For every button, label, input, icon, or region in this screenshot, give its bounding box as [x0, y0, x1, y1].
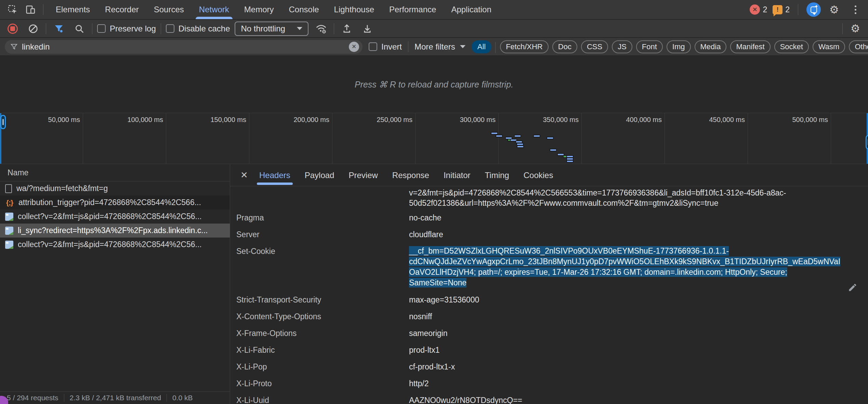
chevron-down-icon — [460, 45, 465, 48]
resource-type-chip[interactable]: JS — [612, 40, 632, 53]
console-warnings-badge[interactable]: ! 2 — [773, 5, 790, 14]
record-network-log-button[interactable] — [5, 21, 21, 37]
resource-type-chip[interactable]: Doc — [552, 40, 577, 53]
resource-type-chip[interactable]: Media — [695, 40, 727, 53]
header-name: X-Li-Fabric — [236, 346, 409, 355]
clear-filter-icon[interactable]: ✕ — [349, 42, 359, 52]
resource-type-chip[interactable]: Img — [667, 40, 691, 53]
filmstrip-area: Press ⌘ R to reload and capture filmstri… — [0, 56, 868, 113]
panel-tab[interactable]: Recorder — [97, 0, 146, 19]
preserve-log-control: Preserve log — [97, 24, 156, 33]
resource-type-chip[interactable]: Fetch/XHR — [500, 40, 549, 53]
resource-type-chip[interactable]: Wasm — [813, 40, 845, 53]
filter-toggle-button[interactable] — [51, 21, 67, 37]
details-tab[interactable]: Preview — [341, 164, 385, 186]
search-icon — [74, 24, 84, 34]
details-tab-label: Timing — [485, 171, 509, 180]
details-tab-label: Cookies — [524, 171, 553, 180]
panel-tab[interactable]: Performance — [382, 0, 444, 19]
header-row: X-Li-Pop cf-prod-ltx1-x — [236, 359, 868, 375]
settings-gear-icon[interactable]: ⚙ — [826, 2, 842, 17]
network-settings-gear-icon[interactable]: ⚙ — [847, 21, 863, 37]
clear-network-log-button[interactable] — [25, 21, 41, 37]
resources-size: 0.0 kB — [172, 394, 193, 402]
header-name: X-Frame-Options — [236, 329, 409, 338]
resource-type-chip[interactable]: All — [472, 40, 491, 53]
request-row[interactable]: li_sync?redirect=https%3A%2F%2Fpx.ads.li… — [0, 224, 230, 238]
details-tab[interactable]: Cookies — [516, 164, 561, 186]
network-filter-input[interactable] — [22, 42, 345, 52]
panel-tab[interactable]: Lighthouse — [327, 0, 382, 19]
details-tab[interactable]: Initiator — [436, 164, 478, 186]
network-conditions-button[interactable] — [313, 21, 329, 37]
header-value: AAZNO0wu2/rN8OTDsdyncQ== — [409, 395, 845, 404]
import-har-button[interactable] — [339, 21, 355, 37]
details-tab[interactable]: Payload — [298, 164, 342, 186]
details-tab[interactable]: Headers — [252, 164, 298, 186]
timeline-request-bar — [517, 145, 524, 148]
request-row[interactable]: wa/?medium=fetch&fmt=g — [0, 181, 230, 196]
throttling-select[interactable]: No throttling — [235, 22, 308, 36]
header-row: X-Li-Fabric prod-ltx1 — [236, 342, 868, 359]
ai-assistant-icon[interactable] — [806, 2, 821, 17]
header-value: cloudflare — [409, 229, 845, 240]
request-row[interactable]: collect?v=2&fmt=js&pid=4726868%2C8544%2C… — [0, 210, 230, 224]
panel-tab[interactable]: Application — [444, 0, 499, 19]
panel-tab[interactable]: Sources — [146, 0, 192, 19]
details-tab[interactable]: Response — [385, 164, 436, 186]
panel-tab[interactable]: Network — [192, 0, 237, 19]
header-value-overflow: v=2&fmt=js&pid=4726868%2C8544%2C566553&t… — [409, 188, 845, 208]
disable-cache-label: Disable cache — [179, 24, 230, 33]
resource-type-chip[interactable]: Other — [849, 40, 868, 53]
request-row[interactable]: attribution_trigger?pid=4726868%2C8544%2… — [0, 196, 230, 210]
timeline-left-handle[interactable] — [0, 115, 6, 129]
header-row: X-Frame-Options sameorigin — [236, 325, 868, 342]
export-har-button[interactable] — [359, 21, 375, 37]
console-errors-badge[interactable]: ✕ 2 — [750, 4, 767, 15]
close-details-icon[interactable]: ✕ — [236, 167, 252, 183]
resource-type-chip[interactable]: CSS — [581, 40, 608, 53]
panel-tab[interactable]: Memory — [237, 0, 281, 19]
network-overview-timeline[interactable]: 50,000 ms 100,000 ms 150,000 ms 200,000 … — [0, 113, 868, 164]
details-tab[interactable]: Timing — [478, 164, 516, 186]
network-main-area: Name wa/?medium=fetch&fmt=g attribution_… — [0, 164, 868, 404]
panel-tab[interactable]: Elements — [48, 0, 97, 19]
timeline-request-bar — [550, 149, 557, 151]
panel-tab-label: Application — [451, 5, 491, 14]
header-value: prod-ltx1 — [409, 345, 845, 355]
search-button[interactable] — [71, 21, 87, 37]
resource-type-chip[interactable]: Manifest — [730, 40, 770, 53]
chip-label: Wasm — [818, 42, 840, 51]
panel-tab[interactable]: Console — [281, 0, 327, 19]
requests-count: 5 / 294 requests — [7, 394, 58, 402]
preserve-log-checkbox[interactable] — [97, 24, 106, 33]
timeline-right-handle[interactable] — [866, 135, 868, 149]
resource-type-chip[interactable]: Font — [636, 40, 663, 53]
header-row: X-Content-Type-Options nosniff — [236, 308, 868, 325]
panel-tab-label: Performance — [389, 5, 436, 14]
filter-funnel-icon — [10, 43, 18, 51]
header-row: Server cloudflare — [236, 226, 868, 243]
timeline-request-bar — [496, 135, 503, 137]
more-filters-dropdown[interactable]: More filters — [415, 42, 465, 52]
header-value: sameorigin — [409, 328, 845, 339]
warning-icon: ! — [773, 5, 782, 14]
edit-header-pencil-icon[interactable] — [848, 283, 857, 294]
name-column-header[interactable]: Name — [0, 164, 230, 181]
invert-checkbox[interactable] — [369, 42, 377, 51]
details-tab-label: Payload — [305, 171, 334, 180]
more-options-kebab-icon[interactable] — [847, 2, 863, 17]
resource-type-chip[interactable]: Socket — [774, 40, 809, 53]
device-toolbar-icon[interactable] — [23, 2, 38, 17]
inspect-element-icon[interactable] — [5, 2, 21, 17]
header-name: Server — [236, 230, 409, 239]
header-name: X-Li-Proto — [236, 379, 409, 388]
divider — [408, 41, 408, 52]
header-value: no-cache — [409, 213, 845, 223]
error-icon: ✕ — [750, 4, 760, 15]
timeline-request-bars — [0, 113, 868, 164]
file-type-icon — [5, 241, 13, 249]
request-row[interactable]: collect?v=2&fmt=js&pid=4726868%2C8544%2C… — [0, 238, 230, 252]
disable-cache-checkbox[interactable] — [166, 24, 174, 33]
divider — [334, 23, 334, 34]
